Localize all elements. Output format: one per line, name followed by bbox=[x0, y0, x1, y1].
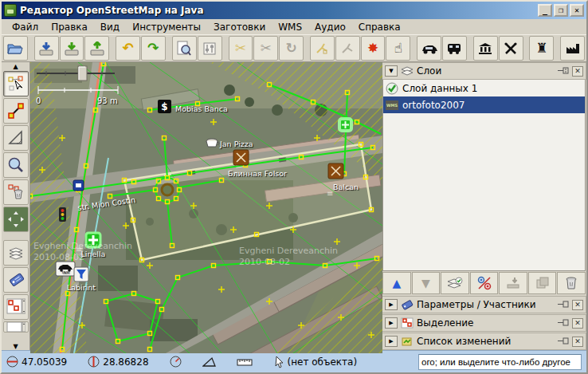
delete-tool-button[interactable] bbox=[3, 179, 29, 205]
menu-view[interactable]: Вид bbox=[95, 21, 125, 33]
watermark-date-1: 2010-08-02 bbox=[33, 252, 84, 262]
preset-bus-button[interactable] bbox=[442, 36, 467, 61]
cursor-icon bbox=[273, 356, 284, 368]
layer-activate-button[interactable] bbox=[441, 272, 469, 294]
map-label-balcan: Balcan bbox=[333, 183, 359, 191]
traffic-signal-poi-icon bbox=[59, 207, 66, 222]
window-title: Редактор OpenStreetMap на Java bbox=[20, 5, 203, 16]
heading-readout bbox=[170, 356, 182, 368]
merge-node-button-disabled bbox=[335, 36, 360, 61]
changeset-pin-icon[interactable] bbox=[558, 337, 570, 346]
menu-edit[interactable]: Правка bbox=[45, 21, 93, 33]
longitude-icon bbox=[88, 356, 100, 368]
properties-pin-icon[interactable] bbox=[558, 301, 570, 309]
map-label-labirint: Labirint bbox=[67, 283, 96, 292]
properties-close-icon[interactable]: ✕ bbox=[572, 300, 583, 310]
toggle-dialogs-button[interactable] bbox=[198, 36, 222, 61]
watermark-name-2: Evgheni Dereveanchin bbox=[239, 246, 338, 256]
ruler-icon bbox=[237, 358, 253, 366]
josm-window: Редактор OpenStreetMap на Java _ ❐ ✕ Фай… bbox=[0, 0, 588, 374]
map-canvas[interactable]: $ bbox=[30, 62, 379, 350]
layers-close-icon[interactable]: ✕ bbox=[572, 66, 583, 77]
angle-tool-button[interactable] bbox=[3, 125, 29, 151]
redo-button[interactable]: ↷ bbox=[141, 36, 166, 61]
wms-layer-icon: WMS bbox=[386, 99, 398, 112]
status-bar: 47.05039 28.86828 (нет объекта) bbox=[2, 350, 586, 372]
minimize-button[interactable]: _ bbox=[538, 4, 552, 17]
layers-pin-icon[interactable] bbox=[558, 67, 570, 76]
update-button-disabled: ↻ bbox=[279, 36, 304, 61]
preferences-button[interactable] bbox=[172, 36, 197, 61]
bank-poi-icon: $ bbox=[158, 100, 171, 113]
select-tool-button[interactable] bbox=[3, 71, 29, 96]
menu-tools[interactable]: Инструменты bbox=[127, 21, 206, 33]
zoom-tool-button[interactable] bbox=[3, 152, 29, 178]
distance-readout bbox=[237, 358, 253, 366]
layer-delete-button[interactable] bbox=[557, 272, 586, 294]
draw-node-tool-button[interactable] bbox=[3, 98, 29, 124]
preset-industrial-button[interactable] bbox=[560, 36, 585, 61]
layer-up-button[interactable]: ▲ bbox=[382, 272, 411, 294]
angle-readout bbox=[202, 356, 216, 367]
scale-end-label: 93 m bbox=[97, 96, 118, 105]
changeset-panel-icon bbox=[401, 335, 414, 348]
changeset-expand-button[interactable]: ▶ bbox=[385, 336, 398, 347]
layer-name: Слой данных 1 bbox=[402, 83, 477, 94]
status-hint-field[interactable] bbox=[418, 354, 582, 370]
map-label-folsor: Блинная Folsor bbox=[228, 169, 287, 178]
preset-car-button[interactable] bbox=[417, 36, 441, 61]
layer-duplicate-button bbox=[528, 272, 557, 294]
upload-button[interactable] bbox=[84, 36, 109, 61]
changeset-close-icon[interactable]: ✕ bbox=[572, 337, 583, 347]
layer-list: Слой данных 1 WMS ortofoto2007 bbox=[382, 80, 586, 271]
title-bar[interactable]: Редактор OpenStreetMap на Java _ ❐ ✕ bbox=[2, 2, 586, 19]
layers-collapse-button[interactable]: ▼ bbox=[385, 65, 398, 77]
map-label-taxi: TAXI bbox=[61, 270, 69, 274]
selected-node-glow-icon bbox=[339, 119, 351, 131]
scroll-down-arrow[interactable]: ▼ bbox=[2, 342, 29, 350]
scroll-up-arrow[interactable]: ▲ bbox=[2, 62, 29, 70]
angle-icon bbox=[202, 356, 216, 367]
selection-panel-icon bbox=[401, 317, 414, 329]
menu-audio[interactable]: Аудио bbox=[309, 21, 351, 33]
maximize-button[interactable]: ❐ bbox=[554, 4, 568, 17]
layer-buttons: ▲ ▼ bbox=[382, 271, 586, 295]
tags-dialog-button[interactable] bbox=[3, 267, 29, 293]
map-label-bank: Mobias Banca bbox=[175, 104, 228, 113]
preset-castle-button[interactable]: ♜ bbox=[529, 36, 554, 61]
menu-wms[interactable]: WMS bbox=[272, 21, 308, 33]
purge-button[interactable]: ✸ bbox=[361, 36, 386, 61]
watermark-date-2: 2010-08-02 bbox=[239, 257, 290, 267]
layer-row-data[interactable]: Слой данных 1 bbox=[383, 80, 585, 96]
selection-expand-button[interactable]: ▶ bbox=[385, 317, 398, 329]
main-toolbar: ↶ ↷ ✂ ✂ ↻ ✸ ☝ bbox=[2, 34, 586, 62]
download-osm-button[interactable] bbox=[60, 36, 84, 61]
menu-presets[interactable]: Заготовки bbox=[208, 21, 271, 33]
layer-visibility-button[interactable] bbox=[470, 272, 499, 294]
menu-file[interactable]: Файл bbox=[6, 21, 44, 33]
extrude-tool-button[interactable] bbox=[3, 207, 29, 232]
longitude-readout: 28.86828 bbox=[88, 356, 148, 368]
menu-bar: Файл Правка Вид Инструменты Заготовки WM… bbox=[2, 19, 586, 34]
layer-row-wms[interactable]: WMS ortofoto2007 bbox=[383, 96, 585, 113]
relations-dialog-button[interactable] bbox=[3, 294, 29, 320]
preset-restaurant-button[interactable] bbox=[499, 36, 523, 61]
selection-pin-icon[interactable] bbox=[558, 319, 570, 328]
layers-dialog-button[interactable] bbox=[3, 240, 29, 266]
preset-bank-button[interactable] bbox=[473, 36, 498, 61]
latitude-readout: 47.05039 bbox=[6, 356, 67, 368]
combine-way-button-disabled: ✂ bbox=[253, 36, 278, 61]
watermark-name-1: Evgheni Dereveanchin bbox=[33, 241, 132, 251]
restaurant-poi-icon-1 bbox=[233, 150, 249, 165]
app-icon bbox=[4, 4, 17, 17]
undo-button[interactable]: ↶ bbox=[116, 36, 140, 61]
close-button[interactable]: ✕ bbox=[570, 4, 584, 17]
open-file-button[interactable] bbox=[3, 36, 28, 61]
hand-pan-button[interactable]: ☝ bbox=[386, 36, 410, 61]
partial-combo-button[interactable] bbox=[3, 321, 29, 333]
properties-expand-button[interactable]: ▶ bbox=[385, 299, 398, 310]
menu-help[interactable]: Справка bbox=[353, 21, 406, 33]
funnel-poi-icon bbox=[74, 267, 88, 281]
download-data-button[interactable] bbox=[34, 36, 59, 61]
selection-close-icon[interactable]: ✕ bbox=[572, 318, 583, 329]
